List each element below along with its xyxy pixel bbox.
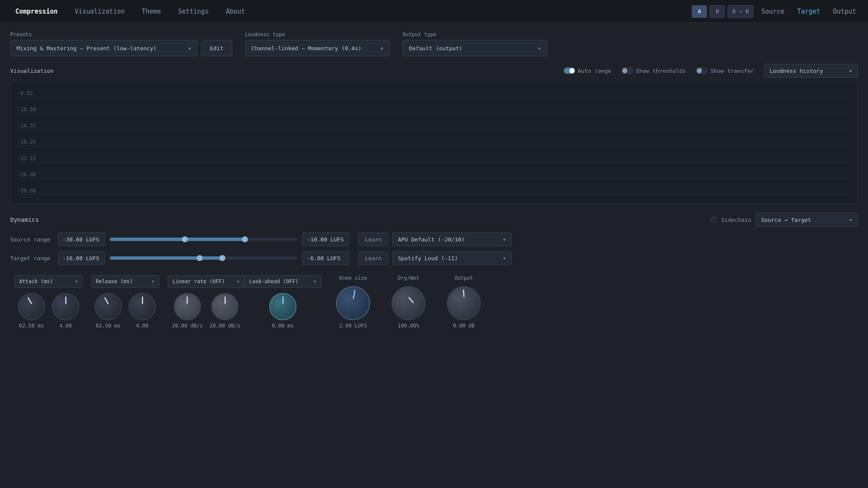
source-range-thumb1[interactable] [182,236,188,242]
lookahead-label: Look-ahead (OFF) [249,278,299,284]
nav-theme[interactable]: Theme [133,4,170,19]
mode-output[interactable]: Output [828,6,861,17]
source-learn-group: Learn APU Default (-20/10) ▾ [359,233,512,246]
edit-button[interactable]: Edit [201,40,232,56]
linear-chevron-icon: ▾ [237,278,240,284]
loudness-group: Loudness type Channel-linked – Momentary… [245,32,390,56]
sidechain-value: Source → Target [761,217,811,223]
source-learn-chevron-icon: ▾ [503,236,506,243]
ab-button-b[interactable]: B [710,5,725,18]
dynamics-header: Dynamics Sidechain Source → Target ▾ [10,213,858,227]
presets-chevron-icon: ▾ [188,45,191,52]
lookahead-dropdown[interactable]: Look-ahead (OFF) ▾ [244,275,321,288]
mode-source[interactable]: Source [756,6,789,17]
main-content: Presets Mixing & Mastering – Present (lo… [0,23,868,337]
drywet-value: 100.00% [398,323,420,329]
target-range-left-value[interactable]: -16.00 LUFS [58,251,105,265]
auto-range-toggle[interactable]: Auto range [563,67,611,74]
show-thresholds-circle [621,67,633,74]
release-dropdown[interactable]: Release (ms) ▾ [91,275,159,288]
nav-about[interactable]: About [217,4,253,19]
show-transfer-toggle[interactable]: Show transfer [696,67,754,74]
nav-right: A B A → B Source Target Output [692,5,861,18]
viz-grid-line-2: -10.50 [17,106,851,114]
nav-visualization[interactable]: Visualization [66,4,133,19]
release-knob1-dial[interactable] [95,293,122,320]
attack-knob1: 62.50 ms [18,293,45,329]
source-learn-button[interactable]: Learn [359,233,388,246]
output-chevron-icon: ▾ [537,45,541,52]
drywet-group: Dry/Wet 100.00% [381,275,436,329]
loudness-label: Loudness type [245,32,390,37]
sidechain-toggle[interactable] [710,216,717,223]
lookahead-group: Look-ahead (OFF) ▾ 0.00 ms [249,275,317,329]
nav-settings[interactable]: Settings [170,4,217,19]
target-range-thumb1[interactable] [197,255,203,261]
viz-grid-line-5: -22.13 [17,155,851,163]
lookahead-chevron-icon: ▾ [313,278,316,284]
target-range-thumb2[interactable] [219,255,225,261]
source-learn-dropdown[interactable]: APU Default (-20/10) ▾ [392,233,512,246]
output-knob-label: Output [454,275,473,281]
sidechain-dropdown[interactable]: Source → Target ▾ [756,213,858,227]
linear-knob1-dial[interactable] [174,293,201,320]
presets-dropdown[interactable]: Mixing & Mastering – Present (low-latenc… [10,40,198,56]
history-value: Loudness history [770,68,823,74]
output-knob-value: 0.00 dB [453,323,475,329]
viz-area: -6.62 -10.50 -14.37 -18.25 -22.13 -26.00… [10,81,858,204]
linear-dropdown[interactable]: Linear rate (OFF) ▾ [168,275,244,288]
target-learn-button[interactable]: Learn [359,251,388,265]
auto-range-circle [563,67,575,74]
release-knob2-dial[interactable] [129,293,156,320]
loudness-value: Channel-linked – Momentary (0.4s) [251,45,361,52]
release-knobs: 62.50 ms 4.00 [95,293,156,329]
knee-group: Knee size 2.00 LUFS [325,275,381,329]
history-chevron-icon: ▾ [849,68,852,74]
viz-grid-line-7: -29.88 [17,188,851,195]
attack-knob1-dial[interactable] [18,293,45,320]
top-nav: Compression Visualization Theme Settings… [0,0,868,23]
linear-knob2: 20.00 dB/s [210,293,240,329]
source-range-left-value[interactable]: -30.00 LUFS [58,233,105,246]
viz-grid-label-4: -18.25 [17,139,39,145]
nav-compression[interactable]: Compression [7,4,66,19]
source-learn-value: APU Default (-20/10) [398,236,465,243]
attack-dropdown[interactable]: Attack (ms) ▾ [14,275,83,288]
target-range-right-value[interactable]: -6.00 LUFS [302,251,349,265]
dynamics-label: Dynamics [10,216,39,223]
lookahead-knob: 0.00 ms [269,293,296,329]
viz-grid-line-6: -26.00 [17,172,851,179]
ab-button-a[interactable]: A [692,5,707,18]
source-range-right-value[interactable]: -10.00 LUFS [302,233,349,246]
history-dropdown[interactable]: Loudness history ▾ [764,64,858,78]
auto-range-label: Auto range [578,68,611,74]
output-dropdown[interactable]: Default (output) ▾ [402,40,547,56]
knee-label: Knee size [339,275,367,281]
linear-knob2-dial[interactable] [211,293,239,320]
lookahead-knob-dial[interactable] [269,293,296,320]
knee-value: 2.00 LUFS [339,323,367,329]
release-chevron-icon: ▾ [152,278,155,284]
mode-target[interactable]: Target [792,6,825,17]
attack-knob2-dial[interactable] [52,293,79,320]
loudness-dropdown[interactable]: Channel-linked – Momentary (0.4s) ▾ [245,40,390,56]
show-thresholds-label: Show thresholds [636,68,686,74]
source-range-slider[interactable] [110,238,297,241]
viz-grid-label-1: -6.62 [17,90,39,96]
output-label: Output type [402,32,547,37]
drywet-knob-dial[interactable] [391,286,425,320]
release-label: Release (ms) [96,278,133,284]
show-thresholds-toggle[interactable]: Show thresholds [621,67,686,74]
ab-button-arrow[interactable]: A → B [727,5,753,18]
knee-knob-dial[interactable] [336,286,370,320]
top-controls: Presets Mixing & Mastering – Present (lo… [10,32,858,56]
release-knob1: 62.50 ms [95,293,122,329]
target-range-slider[interactable] [110,256,297,260]
source-range-thumb2[interactable] [242,236,248,242]
show-transfer-circle [696,67,708,74]
attack-label: Attack (ms) [19,278,53,284]
viz-grid-line-3: -14.37 [17,123,851,130]
attack-knobs: 62.50 ms 4.00 [18,293,79,329]
output-knob-dial[interactable] [447,286,481,320]
target-learn-dropdown[interactable]: Spotify Loud (-11) ▾ [392,251,512,265]
